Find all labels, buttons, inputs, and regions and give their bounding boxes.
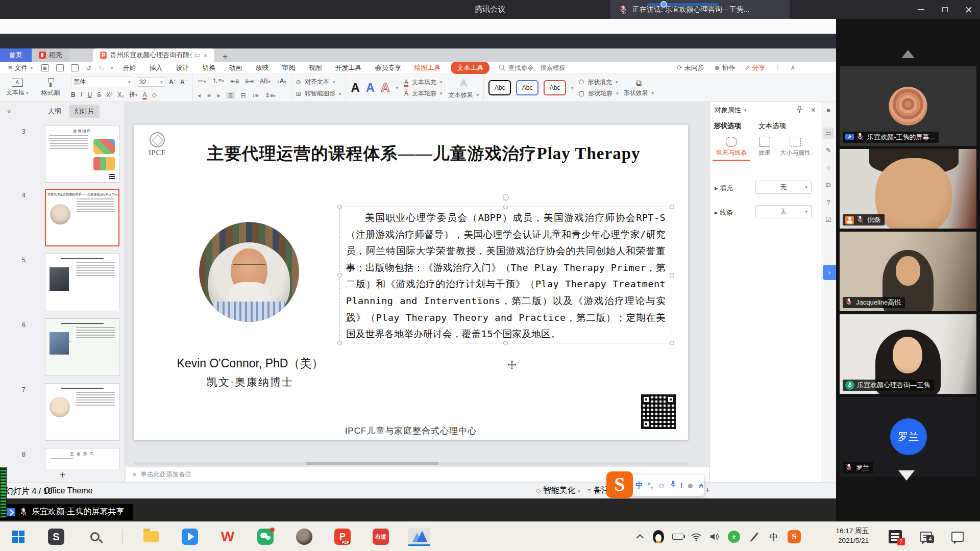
fill-row-label[interactable]: ▸ 填充 [715,184,733,193]
beautify-button[interactable]: ◇ 智能美化 ▾ [536,485,580,496]
distribute-button[interactable]: ⊟ [241,92,246,99]
tab-text-tools[interactable]: 文本工具 [451,62,489,74]
slide-thumbnail-5[interactable] [45,254,119,311]
tab-outline[interactable]: 大纲 [43,105,66,118]
tab-draw-tools[interactable]: 绘图工具 [408,63,447,72]
sogou-logo[interactable]: S [606,471,633,498]
tray-notes-app[interactable]: 2 [886,528,904,546]
horizontal-scrollbar-thumb[interactable] [306,462,439,465]
print-icon[interactable] [56,64,64,71]
scroll-down-icon[interactable] [898,470,915,481]
fill-value-combo[interactable]: 无▾ [755,181,812,194]
text-style-more-icon[interactable]: ▾ [396,85,398,90]
clear-format-button[interactable]: ◇ [152,91,156,98]
side-check-icon[interactable]: ☑ [823,214,834,226]
resize-handle-ne[interactable] [670,205,674,209]
participant-tile-luolan[interactable]: 罗兰 罗兰 [840,397,976,477]
slide-title[interactable]: 主要代理运营的课程体系——儿童游戏治疗Play Therapy [175,142,673,165]
resize-handle-n[interactable] [503,205,508,209]
resize-handle-s[interactable] [503,341,508,345]
menu-animation[interactable]: 动画 [222,63,249,72]
line-value-combo[interactable]: 无▾ [755,205,812,218]
text-style-blue[interactable]: A [366,81,375,94]
menu-transition[interactable]: 切换 [195,63,222,72]
bullets-button[interactable]: ≔▾ [198,78,206,85]
char-spacing-button[interactable]: AB▾ [260,78,271,85]
taskbar-wps[interactable]: W [218,528,237,546]
subtab-effects[interactable]: 效果 [754,137,775,157]
keyboard-icon[interactable] [681,483,682,488]
taskbar-tencent-meeting[interactable] [181,528,199,546]
shape-style-blue[interactable]: Abc [516,80,538,95]
taskbar-active-docs-app[interactable] [408,528,430,546]
share-button[interactable]: ⇗ 分享 [745,63,766,72]
menu-devtools[interactable]: 开发工具 [328,63,368,72]
resize-handle-e[interactable] [670,273,674,278]
shrink-font-button[interactable]: A⁻ [180,79,188,86]
justify-button[interactable]: ≣ [226,92,234,99]
format-painter-button[interactable]: 格式刷 [35,74,66,102]
outdent-button[interactable]: ⇤≡ [230,78,239,85]
volume-slider-knob[interactable] [660,1,667,8]
save-icon[interactable] [41,64,49,71]
slide-thumbnail-7[interactable] [45,383,119,441]
start-button[interactable] [9,528,28,546]
redo-icon[interactable]: ↻ [99,64,104,71]
text-outline-button[interactable]: 文本轮廓 [412,89,436,98]
italic-button[interactable]: I [81,91,83,98]
to-smartart-button[interactable]: 转智能图形 [305,89,335,98]
current-slide[interactable]: IPCF 主要代理运营的课程体系——儿童游戏治疗Play Therapy 美国职… [134,125,688,440]
participant-tile-jacqueline[interactable]: Jacqueline高悦 [840,232,976,311]
collapse-panel-icon[interactable]: « [0,107,18,115]
subtab-fill-line[interactable]: 填充与线条 [713,137,750,161]
bio-textbox[interactable]: 美国职业心理学委员会（ABPP）成员，美国游戏治疗师协会RPT-S（注册游戏治疗… [339,207,672,343]
tab-shape-options[interactable]: 形状选项 [714,121,741,131]
tray-volume[interactable] [705,528,724,546]
align-center-button[interactable]: ≡ [207,92,211,99]
shape-effect-button[interactable]: 形状效果 [624,89,648,97]
preview-icon[interactable] [71,64,79,71]
taskbar-search[interactable] [86,528,104,546]
punctuation-toggle[interactable]: °, [648,481,653,490]
taskbar-sogou-app[interactable]: S [47,528,65,546]
action-center[interactable] [948,528,967,546]
skin-icon[interactable]: ⍲ [699,481,703,490]
tray-input-indicator[interactable]: 中 [765,528,783,546]
slide-thumbnail-4-selected[interactable]: 主要代理运营的课程体系——儿童游戏治疗Play Therapy [45,189,119,246]
pin-icon[interactable] [796,106,803,115]
slide-logo[interactable]: IPCF [141,132,174,161]
slide-thumbnail-6[interactable] [45,318,119,376]
para-spacing-button[interactable]: ⇕≡▾ [265,92,276,99]
tray-sogou[interactable]: S [785,528,803,546]
shape-style-more-icon[interactable]: ▾ [571,85,574,90]
taskbar-clock[interactable]: 16:17 周五 2021/5/21 [812,526,869,545]
shape-outline-button[interactable]: 形状轮廓 [588,89,612,98]
underline-button[interactable]: U [88,91,92,98]
menu-start[interactable]: 开始 [116,63,142,72]
voice-input-icon[interactable] [670,480,676,490]
align-right-button[interactable]: ⫸ [217,92,220,99]
speaker-photo[interactable] [199,222,299,322]
bold-button[interactable]: B [71,91,76,98]
menu-member[interactable]: 会员专享 [368,63,408,72]
font-color-button[interactable]: A [142,91,146,98]
side-properties-icon[interactable]: ⚌ [823,128,834,139]
line-spacing-button[interactable]: ↕≡ [252,92,259,99]
text-style-black[interactable]: A [351,81,359,94]
collab-button[interactable]: ☻ 协作 [714,63,736,72]
tab-text-options[interactable]: 文本选项 [758,121,786,131]
tab-home[interactable]: 首页 [0,48,32,62]
side-layers-icon[interactable]: ⧉ [823,180,834,191]
collapse-ribbon-icon[interactable]: ∧ [790,64,795,71]
tab-close-icon[interactable]: × [203,52,207,59]
tab-docer[interactable]: 稻壳 [32,48,69,62]
input-lang-toggle[interactable]: 中 [635,481,643,490]
align-text-button[interactable]: 对齐文本 [305,78,329,86]
sync-status[interactable]: ⟳ 未同步 [677,63,704,72]
indent-button[interactable]: ≡⇥ [245,78,254,85]
file-menu[interactable]: ≡文件▾ [0,63,38,72]
slide-footer[interactable]: IPCF儿童与家庭整合式心理中心 [134,425,688,437]
resize-handle-nw[interactable] [337,205,342,209]
side-pen-icon[interactable]: ✎ [823,145,834,156]
shape-fill-button[interactable]: 形状填充 [587,78,612,87]
